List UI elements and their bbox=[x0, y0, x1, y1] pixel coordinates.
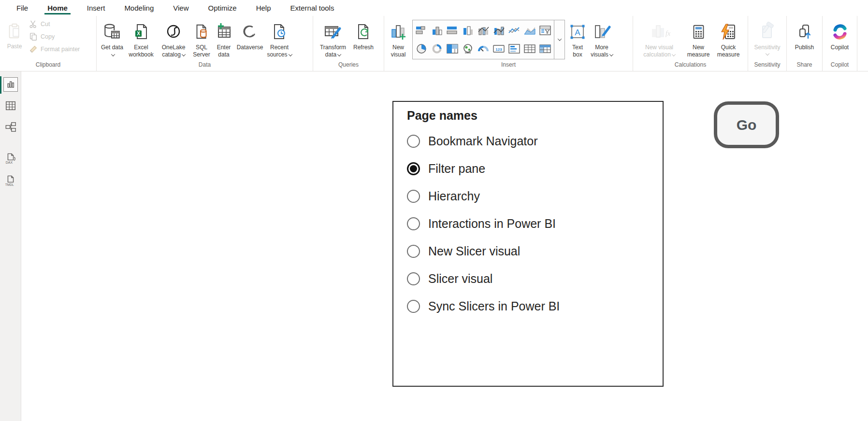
slicer-option-filter-pane[interactable]: Filter pane bbox=[407, 155, 663, 182]
menu-optimize[interactable]: Optimize bbox=[199, 0, 246, 16]
chevron-down-icon bbox=[337, 52, 341, 56]
menu-modeling[interactable]: Modeling bbox=[115, 0, 163, 16]
menu-view[interactable]: View bbox=[163, 0, 198, 16]
gallery-area-chart[interactable] bbox=[522, 21, 537, 40]
sidebar-item-tmdl-view[interactable]: TMDL bbox=[3, 174, 18, 188]
radio-button[interactable] bbox=[407, 245, 420, 258]
gallery-paginated-report[interactable] bbox=[537, 21, 553, 40]
radio-button[interactable] bbox=[407, 135, 420, 148]
publish-button[interactable]: Publish bbox=[790, 19, 819, 52]
slicer-option-bookmark-navigator[interactable]: Bookmark Navigator bbox=[407, 127, 663, 155]
more-visuals-icon bbox=[592, 20, 612, 44]
more-visuals-button[interactable]: More visuals bbox=[588, 19, 615, 59]
chevron-down-icon bbox=[672, 52, 676, 56]
menu-insert[interactable]: Insert bbox=[77, 0, 115, 16]
sidebar-item-report-view[interactable] bbox=[3, 77, 18, 92]
copilot-icon bbox=[830, 20, 850, 44]
new-visual-calculation-button[interactable]: fx New visual calculation bbox=[635, 19, 683, 59]
gallery-line-chart[interactable] bbox=[506, 21, 522, 40]
copilot-button[interactable]: Copilot bbox=[825, 19, 854, 52]
copy-icon bbox=[29, 32, 38, 41]
gallery-pie-chart[interactable] bbox=[414, 40, 429, 58]
dataverse-icon bbox=[240, 20, 260, 44]
gallery-hundred-percent-stacked-bar-chart[interactable] bbox=[445, 21, 460, 40]
gallery-map[interactable] bbox=[460, 40, 476, 58]
onelake-catalog-icon bbox=[164, 20, 183, 44]
format-painter-button[interactable]: Format painter bbox=[29, 43, 80, 56]
menu-home[interactable]: Home bbox=[38, 0, 77, 16]
view-switcher-sidebar: DAX TMDL bbox=[0, 71, 21, 421]
recent-sources-button[interactable]: Recent sources bbox=[265, 19, 294, 59]
excel-workbook-button[interactable]: X Excel workbook bbox=[126, 19, 157, 59]
menu-file[interactable]: File bbox=[7, 0, 38, 16]
ribbon-group-share: Publish Share bbox=[787, 16, 823, 71]
gallery-matrix[interactable] bbox=[537, 40, 553, 58]
sensitivity-button[interactable]: Sensitivity bbox=[751, 19, 784, 56]
sidebar-item-model-view[interactable] bbox=[3, 120, 18, 134]
quick-measure-button[interactable]: Quick measure bbox=[713, 19, 743, 59]
gallery-gauge[interactable] bbox=[476, 40, 491, 58]
gallery-line-and-clustered-column-chart[interactable] bbox=[476, 21, 491, 40]
cut-button[interactable]: Cut bbox=[29, 18, 80, 30]
visual-gallery: 123 bbox=[412, 20, 565, 59]
chevron-down-icon bbox=[557, 37, 561, 41]
svg-text:fx: fx bbox=[665, 30, 670, 37]
menu-help[interactable]: Help bbox=[246, 0, 281, 16]
gallery-stacked-column-chart[interactable] bbox=[429, 21, 445, 40]
sidebar-item-table-view[interactable] bbox=[3, 98, 18, 113]
tmdl-view-icon: TMDL bbox=[4, 175, 17, 187]
sql-server-button[interactable]: SQL Server bbox=[190, 19, 213, 59]
gallery-multi-row-card[interactable] bbox=[506, 40, 522, 58]
transform-data-button[interactable]: Transform data bbox=[315, 19, 351, 59]
gallery-table[interactable] bbox=[522, 40, 537, 58]
radio-button-selected[interactable] bbox=[407, 162, 420, 175]
cut-icon bbox=[29, 20, 38, 28]
slicer-option-interactions-in-power-bi[interactable]: Interactions in Power BI bbox=[407, 210, 663, 238]
new-visual-button[interactable]: New visual bbox=[386, 19, 410, 59]
active-view-accent bbox=[0, 76, 1, 94]
dataverse-button[interactable]: Dataverse bbox=[235, 19, 265, 52]
radio-button[interactable] bbox=[407, 272, 420, 285]
paste-button[interactable]: Paste bbox=[2, 18, 27, 51]
gallery-stacked-bar-chart[interactable] bbox=[414, 21, 429, 40]
text-box-icon: A bbox=[568, 20, 587, 44]
get-data-button[interactable]: Get data bbox=[99, 19, 126, 59]
gallery-line-and-stacked-column-chart[interactable] bbox=[491, 21, 506, 40]
copy-button[interactable]: Copy bbox=[29, 30, 80, 43]
sidebar-item-dax-query-view[interactable]: DAX bbox=[3, 152, 18, 166]
slicer-option-sync-slicers-in-power-bi[interactable]: Sync Slicers in Power BI bbox=[407, 293, 663, 320]
slicer-option-slicer-visual[interactable]: Slicer visual bbox=[407, 265, 663, 293]
svg-text:123: 123 bbox=[495, 47, 502, 52]
new-visual-icon bbox=[389, 20, 408, 44]
radio-button[interactable] bbox=[407, 217, 420, 230]
chevron-down-icon bbox=[182, 52, 186, 56]
go-button[interactable]: Go bbox=[714, 101, 779, 148]
ribbon-group-sensitivity: Sensitivity Sensitivity bbox=[748, 16, 787, 71]
gallery-treemap[interactable] bbox=[445, 40, 460, 58]
slicer-title: Page names bbox=[407, 109, 663, 123]
new-visual-calculation-icon: fx bbox=[648, 20, 670, 44]
model-view-icon bbox=[5, 121, 16, 133]
chevron-down-icon bbox=[111, 52, 115, 56]
gallery-donut-chart[interactable] bbox=[429, 40, 445, 58]
slicer-option-new-slicer-visual[interactable]: New Slicer visual bbox=[407, 238, 663, 265]
gallery-card[interactable]: 123 bbox=[491, 40, 506, 58]
excel-workbook-icon: X bbox=[131, 20, 151, 44]
radio-button[interactable] bbox=[407, 190, 420, 203]
paste-icon bbox=[5, 19, 24, 43]
gallery-clustered-column-chart[interactable] bbox=[460, 21, 476, 40]
group-label-data: Data bbox=[97, 61, 313, 71]
onelake-catalog-button[interactable]: OneLake catalog bbox=[157, 19, 190, 59]
svg-text:DAX: DAX bbox=[6, 161, 13, 164]
radio-button[interactable] bbox=[407, 300, 420, 313]
enter-data-button[interactable]: Enter data bbox=[213, 19, 235, 59]
menu-external-tools[interactable]: External tools bbox=[281, 0, 344, 16]
ribbon: Paste Cut bbox=[0, 16, 868, 71]
new-measure-icon bbox=[689, 20, 708, 44]
new-measure-button[interactable]: New measure bbox=[683, 19, 713, 59]
refresh-button[interactable]: Refresh bbox=[351, 19, 376, 52]
text-box-button[interactable]: A Text box bbox=[567, 19, 588, 59]
get-data-icon bbox=[102, 20, 122, 44]
gallery-more-button[interactable] bbox=[554, 20, 564, 59]
slicer-option-hierarchy[interactable]: Hierarchy bbox=[407, 182, 663, 210]
